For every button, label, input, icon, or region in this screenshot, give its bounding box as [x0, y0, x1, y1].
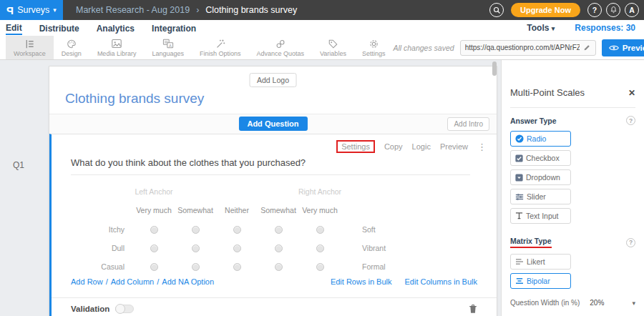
answer-type-checkbox[interactable]: Checkbox	[510, 150, 571, 166]
add-question-button[interactable]: Add Question	[238, 117, 307, 131]
toolbar-languages[interactable]: A Languages	[144, 36, 192, 59]
add-intro-button[interactable]: Add Intro	[447, 117, 489, 131]
add-logo-button[interactable]: Add Logo	[249, 73, 297, 87]
matrix-radio[interactable]	[233, 226, 241, 234]
question-actions: Settings Copy Logic Preview ⋮	[336, 140, 487, 153]
help-icon[interactable]: ?	[626, 238, 635, 247]
matrix-radio[interactable]	[316, 263, 324, 271]
canvas-scrollbar[interactable]	[492, 61, 497, 76]
question-text[interactable]: What do you think about the clothes that…	[71, 157, 306, 168]
close-icon[interactable]: ✕	[628, 88, 635, 98]
answer-type-dropdown[interactable]: Dropdown	[510, 169, 571, 185]
matrix-radio[interactable]	[233, 263, 241, 271]
translate-icon: A	[162, 38, 174, 49]
survey-url-input[interactable]	[465, 44, 580, 51]
question-copy-link[interactable]: Copy	[384, 142, 403, 151]
survey-url-box	[460, 40, 596, 56]
eye-icon	[609, 44, 619, 51]
answer-type-options: Radio Checkbox Dropdown Slider Text Inpu…	[510, 131, 635, 224]
matrix-radio[interactable]	[275, 226, 283, 234]
toolbar-advance-quotas[interactable]: Advance Quotas	[248, 36, 312, 59]
toolbar-media-library[interactable]: Media Library	[89, 36, 145, 59]
surveys-product-menu[interactable]: P Surveys ▾	[0, 0, 63, 20]
column-header: Very much	[133, 206, 175, 214]
answer-type-radio[interactable]: Radio	[510, 131, 571, 147]
toolbar-finish-options[interactable]: Finish Options	[192, 36, 249, 59]
column-header-row: Very much Somewhat Neither Somewhat Very…	[71, 200, 497, 220]
row-right-label[interactable]: Soft	[362, 225, 376, 234]
toggle-knob	[115, 304, 125, 314]
row-right-label[interactable]: Vibrant	[362, 244, 386, 252]
separator: /	[157, 277, 159, 286]
edit-columns-bulk-link[interactable]: Edit Columns in Bulk	[405, 277, 478, 286]
workspace-icon	[24, 38, 35, 49]
edit-rows-bulk-link[interactable]: Edit Rows in Bulk	[331, 277, 392, 286]
validation-toggle[interactable]	[115, 305, 134, 313]
answer-type-text-input[interactable]: Text Input	[510, 208, 571, 224]
matrix-radio[interactable]	[192, 245, 200, 252]
row-left-label[interactable]: Casual	[71, 262, 125, 271]
responses-count[interactable]: Responses: 30	[575, 23, 635, 33]
search-button[interactable]	[489, 3, 504, 17]
image-icon	[111, 38, 122, 49]
menu-item-edit[interactable]: Edit	[6, 21, 22, 35]
help-icon[interactable]: ?	[626, 116, 635, 125]
toolbar-settings[interactable]: Settings	[354, 36, 394, 59]
survey-title[interactable]: Clothing brands survey	[65, 91, 204, 107]
chevron-down-icon[interactable]: ▾	[632, 300, 635, 307]
row-right-label[interactable]: Formal	[362, 262, 386, 271]
help-button[interactable]: ?	[587, 3, 602, 17]
matrix-row: Casual Formal	[71, 257, 497, 276]
matrix-radio[interactable]	[275, 263, 283, 271]
toolbar-variables[interactable]: Variables	[312, 36, 354, 59]
matrix-radio[interactable]	[192, 263, 200, 271]
matrix-radio[interactable]	[275, 245, 283, 252]
matrix-radio[interactable]	[316, 245, 324, 252]
radio-check-icon	[515, 134, 524, 143]
breadcrumb-folder[interactable]: Market Research - Aug 2019	[76, 5, 190, 15]
svg-text:A: A	[169, 44, 172, 48]
add-row-link[interactable]: Add Row	[71, 277, 103, 286]
question-preview-link[interactable]: Preview	[440, 142, 468, 151]
separator: /	[106, 277, 108, 286]
validation-divider	[52, 297, 497, 298]
matrix-type-likert[interactable]: Likert	[510, 254, 571, 270]
question-width-value[interactable]: 20%	[590, 299, 604, 307]
matrix-radio[interactable]	[192, 226, 200, 234]
preview-button[interactable]: Preview	[602, 39, 644, 56]
avatar[interactable]: A	[625, 3, 639, 17]
add-column-link[interactable]: Add Column	[111, 277, 155, 286]
menu-item-distribute[interactable]: Distribute	[39, 21, 79, 34]
notifications-button[interactable]	[606, 3, 620, 17]
tools-dropdown[interactable]: Tools ▾	[527, 23, 555, 33]
matrix-radio[interactable]	[316, 226, 324, 234]
delete-question-button[interactable]	[469, 304, 477, 314]
bipolar-icon	[515, 277, 524, 285]
top-bar: P Surveys ▾ Market Research - Aug 2019 ›…	[0, 0, 644, 20]
autosave-status: All changes saved	[393, 44, 454, 52]
matrix-radio[interactable]	[233, 245, 241, 252]
matrix-type-bipolar[interactable]: Bipolar	[510, 273, 571, 289]
tag-icon	[328, 38, 338, 49]
row-left-label[interactable]: Itchy	[71, 225, 125, 234]
matrix-radio[interactable]	[150, 245, 158, 252]
answer-type-slider[interactable]: Slider	[510, 189, 571, 204]
column-header: Neither	[216, 206, 258, 214]
matrix-radio[interactable]	[150, 226, 158, 234]
question-settings-link[interactable]: Settings	[336, 140, 375, 153]
toolbar-workspace[interactable]: Workspace	[6, 36, 54, 59]
upgrade-now-button[interactable]: Upgrade Now	[511, 3, 580, 17]
menu-item-analytics[interactable]: Analytics	[97, 21, 135, 34]
question-logic-link[interactable]: Logic	[412, 142, 431, 151]
toolbar-design[interactable]: Design	[54, 36, 89, 59]
pencil-icon[interactable]	[583, 44, 591, 51]
row-left-label[interactable]: Dull	[71, 244, 125, 252]
matrix-row: Itchy Soft	[71, 220, 497, 239]
menu-item-integration[interactable]: Integration	[152, 21, 196, 34]
links-icon	[275, 38, 286, 49]
more-options-icon[interactable]: ⋮	[477, 142, 487, 152]
add-na-option-link[interactable]: Add NA Option	[162, 277, 214, 286]
left-anchor-label: Left Anchor	[133, 187, 175, 196]
chevron-down-icon: ▾	[53, 6, 57, 14]
matrix-radio[interactable]	[150, 263, 158, 271]
